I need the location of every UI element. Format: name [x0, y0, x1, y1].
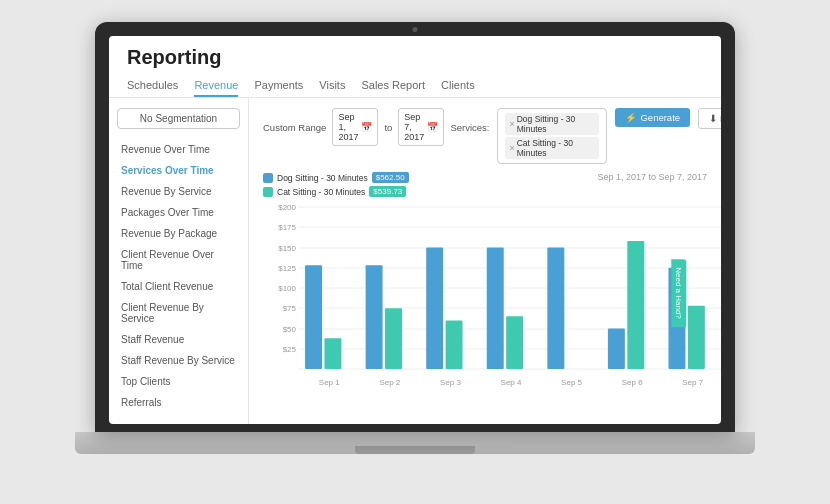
svg-text:$200: $200	[278, 203, 296, 212]
chart-legend: Dog Sitting - 30 Minutes$562.50Cat Sitti…	[263, 172, 409, 197]
remove-tag-dog-sitting[interactable]: ×	[509, 119, 514, 129]
filter-bar: Custom Range Sep 1, 2017 📅 to Sep 7, 201…	[263, 108, 707, 164]
tab-revenue[interactable]: Revenue	[194, 75, 238, 97]
sidebar-item-packages-over-time[interactable]: Packages Over Time	[109, 202, 248, 223]
camera-dot	[413, 27, 418, 32]
legend-value-cat: $539.73	[369, 186, 406, 197]
bar-cat-0	[324, 338, 341, 369]
bar-cat-3	[506, 316, 523, 369]
bar-dog-2	[426, 248, 443, 370]
generate-icon: ⚡	[625, 112, 637, 123]
remove-tag-cat-sitting[interactable]: ×	[509, 143, 514, 153]
bar-dog-0	[305, 265, 322, 369]
chart-date-range: Sep 1, 2017 to Sep 7, 2017	[597, 172, 707, 182]
bar-cat-1	[385, 308, 402, 369]
sidebar: No Segmentation Revenue Over TimeService…	[109, 98, 249, 424]
service-tag-cat-sitting: ×Cat Sitting - 30 Minutes	[505, 137, 599, 159]
laptop-base	[75, 432, 755, 454]
content-area: No Segmentation Revenue Over TimeService…	[109, 98, 721, 424]
svg-text:Sep 3: Sep 3	[440, 378, 461, 387]
svg-text:$75: $75	[283, 304, 297, 313]
legend-value-dog: $562.50	[372, 172, 409, 183]
svg-text:$150: $150	[278, 244, 296, 253]
legend-dot-dog	[263, 173, 273, 183]
legend-item-cat: Cat Sitting - 30 Minutes$539.73	[263, 186, 409, 197]
sidebar-item-revenue-by-service[interactable]: Revenue By Service	[109, 181, 248, 202]
tab-clients[interactable]: Clients	[441, 75, 475, 97]
bar-dog-1	[366, 265, 383, 369]
svg-text:Sep 5: Sep 5	[561, 378, 582, 387]
bar-cat-6	[688, 306, 705, 369]
download-icon: ⬇	[709, 113, 717, 124]
svg-text:Sep 7: Sep 7	[682, 378, 703, 387]
svg-text:Sep 1: Sep 1	[319, 378, 340, 387]
to-label: to	[384, 122, 392, 133]
sidebar-item-client-revenue-by-service[interactable]: Client Revenue By Service	[109, 297, 248, 329]
page-title: Reporting	[127, 46, 703, 69]
legend-label-dog: Dog Sitting - 30 Minutes	[277, 173, 368, 183]
need-hand-button[interactable]: Need a Hand?	[672, 259, 687, 327]
legend-dot-cat	[263, 187, 273, 197]
chart-container: Dog Sitting - 30 Minutes$562.50Cat Sitti…	[263, 172, 707, 414]
nav-tabs: SchedulesRevenuePaymentsVisitsSales Repo…	[127, 75, 703, 97]
range-label: Custom Range	[263, 122, 326, 133]
service-tags-box: ×Dog Sitting - 30 Minutes×Cat Sitting - …	[497, 108, 607, 164]
bar-dog-3	[487, 248, 504, 370]
chart-header: Dog Sitting - 30 Minutes$562.50Cat Sitti…	[263, 172, 707, 197]
bar-dog-5	[608, 329, 625, 370]
legend-label-cat: Cat Sitting - 30 Minutes	[277, 187, 365, 197]
filter-spacer: Custom Range Sep 1, 2017 📅 to Sep 7, 201…	[263, 108, 489, 146]
sidebar-item-staff-revenue-by-service[interactable]: Staff Revenue By Service	[109, 350, 248, 371]
legend-item-dog: Dog Sitting - 30 Minutes$562.50	[263, 172, 409, 183]
sidebar-item-revenue-by-package[interactable]: Revenue By Package	[109, 223, 248, 244]
svg-text:Sep 6: Sep 6	[622, 378, 643, 387]
svg-text:Sep 4: Sep 4	[501, 378, 522, 387]
sidebar-item-services-over-time[interactable]: Services Over Time	[109, 160, 248, 181]
screen: Reporting SchedulesRevenuePaymentsVisits…	[109, 36, 721, 424]
sidebar-item-top-clients[interactable]: Top Clients	[109, 371, 248, 392]
bar-dog-4	[547, 248, 564, 370]
main-content: Custom Range Sep 1, 2017 📅 to Sep 7, 201…	[249, 98, 721, 424]
date-from[interactable]: Sep 1, 2017 📅	[332, 108, 378, 146]
tab-sales_report[interactable]: Sales Report	[361, 75, 425, 97]
page-header: Reporting SchedulesRevenuePaymentsVisits…	[109, 36, 721, 98]
download-button[interactable]: ⬇ Download	[698, 108, 721, 129]
laptop-mockup: Reporting SchedulesRevenuePaymentsVisits…	[75, 22, 755, 482]
date-to[interactable]: Sep 7, 2017 📅	[398, 108, 444, 146]
svg-text:$175: $175	[278, 223, 296, 232]
svg-text:Sep 2: Sep 2	[379, 378, 400, 387]
chart-svg: $200$175$150$125$100$75$50$25Sep 1Sep 2S…	[263, 201, 707, 401]
service-tag-dog-sitting: ×Dog Sitting - 30 Minutes	[505, 113, 599, 135]
bar-cat-5	[627, 241, 644, 369]
laptop-notch	[355, 446, 475, 454]
svg-text:$125: $125	[278, 264, 296, 273]
generate-button[interactable]: ⚡ Generate	[615, 108, 690, 127]
bar-cat-2	[446, 320, 463, 369]
svg-text:$25: $25	[283, 345, 297, 354]
sidebar-item-client-revenue-over-time[interactable]: Client Revenue Over Time	[109, 244, 248, 276]
services-label: Services:	[450, 122, 489, 133]
sidebar-item-total-client-revenue[interactable]: Total Client Revenue	[109, 276, 248, 297]
tab-schedules[interactable]: Schedules	[127, 75, 178, 97]
tab-payments[interactable]: Payments	[254, 75, 303, 97]
sidebar-item-referrals[interactable]: Referrals	[109, 392, 248, 413]
tab-visits[interactable]: Visits	[319, 75, 345, 97]
sidebar-item-staff-revenue[interactable]: Staff Revenue	[109, 329, 248, 350]
segment-button[interactable]: No Segmentation	[117, 108, 240, 129]
svg-text:$50: $50	[283, 325, 297, 334]
svg-text:$100: $100	[278, 284, 296, 293]
sidebar-item-revenue-over-time[interactable]: Revenue Over Time	[109, 139, 248, 160]
screen-bezel: Reporting SchedulesRevenuePaymentsVisits…	[95, 22, 735, 432]
